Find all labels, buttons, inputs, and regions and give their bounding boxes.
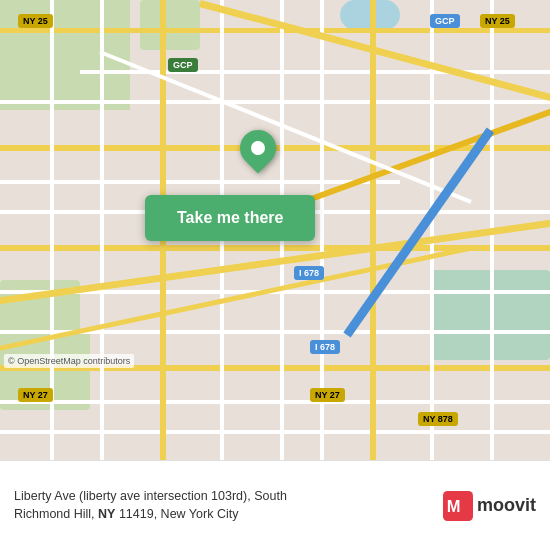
highway-label-gcp-tr: GCP	[430, 14, 460, 28]
svg-text:M: M	[447, 497, 461, 515]
highway-label-ny878: NY 878	[418, 412, 458, 426]
moovit-brand-text: moovit	[477, 495, 536, 516]
osm-attribution: © OpenStreetMap contributors	[4, 354, 134, 368]
highway-label-ny27-bl: NY 27	[18, 388, 53, 402]
highway-label-ny27-br: NY 27	[310, 388, 345, 402]
address-block: Liberty Ave (liberty ave intersection 10…	[14, 488, 443, 523]
highway-label-i678: I 678	[294, 266, 324, 280]
highway-label-ny25-tl: NY 25	[18, 14, 53, 28]
highway-label-ny25-tr: NY 25	[480, 14, 515, 28]
take-me-there-button[interactable]: Take me there	[145, 195, 315, 241]
address-line-1: Liberty Ave (liberty ave intersection 10…	[14, 488, 443, 506]
highway-label-gcp-tl2: GCP	[168, 58, 198, 72]
map-pin	[240, 130, 276, 166]
highway-label-i678-lower: I 678	[310, 340, 340, 354]
address-line-2: Richmond Hill, NY 11419, New York City	[14, 506, 443, 524]
moovit-logo: M moovit	[443, 491, 536, 521]
map-view: NY 25 GCP NY 25 I 678 I 678 NY 27 NY 27 …	[0, 0, 550, 460]
moovit-icon: M	[443, 491, 473, 521]
bottom-bar: Liberty Ave (liberty ave intersection 10…	[0, 460, 550, 550]
